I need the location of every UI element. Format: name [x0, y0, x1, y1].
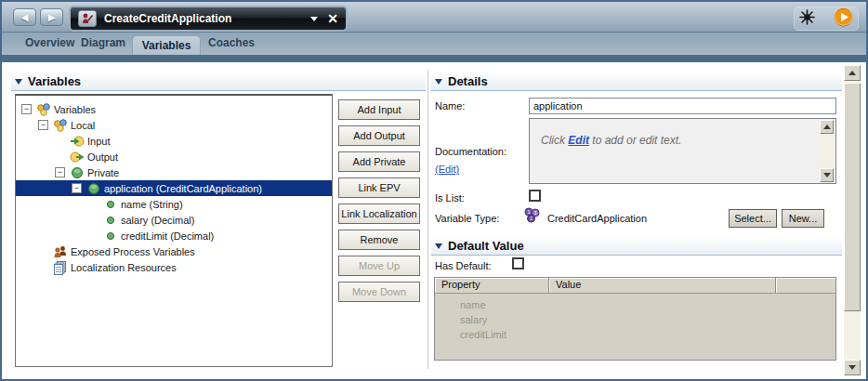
collapse-triangle-icon [435, 79, 442, 85]
tree-item-local[interactable]: Local [16, 117, 332, 133]
documentation-scrollbar[interactable] [820, 120, 835, 182]
column-header-spacer [776, 278, 835, 293]
tree-label: Local [71, 120, 95, 131]
toolbar-actions [794, 7, 859, 31]
column-header-value[interactable]: Value [549, 278, 776, 293]
variables-cluster-icon [52, 118, 68, 133]
svg-text:1: 1 [527, 209, 530, 215]
collapse-toggle[interactable] [21, 104, 32, 114]
scrollbar-thumb[interactable] [844, 83, 861, 311]
leaf-dot-icon [102, 229, 118, 243]
move-up-button: Move Up [338, 256, 420, 276]
localization-docs-icon [52, 260, 68, 275]
default-value-section-title: Default Value [448, 239, 524, 253]
leaf-dot-icon [102, 197, 118, 212]
tree-item-exposed-process-variables[interactable]: Exposed Process Variables [16, 243, 332, 259]
input-arrow-icon [69, 134, 85, 149]
tree-label: salary (Decimal) [121, 215, 194, 226]
tree-item-input[interactable]: Input [16, 133, 332, 149]
variables-cluster-icon [35, 102, 51, 117]
variable-type-label: Variable Type: [435, 213, 499, 224]
inline-edit-link[interactable]: Edit [568, 134, 589, 147]
default-value-section-header[interactable]: Default Value [431, 237, 842, 256]
tree-item-application[interactable]: application (CreditCardApplication) [16, 180, 332, 196]
has-default-checkbox[interactable] [512, 257, 524, 269]
table-row: creditLimit [435, 327, 835, 342]
leaf-dot-icon [102, 213, 118, 228]
details-section-title: Details [448, 74, 488, 88]
documentation-box[interactable]: Click Edit to add or edit text. [529, 118, 836, 184]
details-section-header[interactable]: Details [431, 72, 842, 91]
tree-item-private[interactable]: Private [16, 164, 332, 180]
variable-type-icon: 1 3 2 [523, 206, 541, 228]
variable-type-value: CreditCardApplication [547, 213, 647, 224]
tree-item-creditlimit[interactable]: creditLimit (Decimal) [16, 228, 332, 243]
collapse-triangle-icon [435, 243, 442, 249]
private-sphere-icon [85, 181, 101, 196]
exposed-people-icon [52, 244, 68, 259]
move-down-button: Move Down [338, 282, 420, 302]
forward-icon[interactable]: ▶ [40, 8, 63, 26]
tree-label: Exposed Process Variables [71, 246, 195, 257]
select-type-button[interactable]: Select... [729, 209, 777, 228]
name-input[interactable] [529, 98, 836, 114]
collapse-toggle[interactable] [72, 183, 82, 193]
close-icon[interactable]: ✕ [327, 12, 338, 25]
tab-variables[interactable]: Variables [132, 35, 201, 55]
tab-coaches[interactable]: Coaches [208, 36, 255, 49]
tree-label: Output [87, 151, 118, 163]
chevron-down-icon[interactable] [310, 17, 318, 21]
svg-text:3: 3 [533, 210, 536, 216]
debug-icon[interactable] [799, 9, 815, 29]
document-title: CreateCreditApplication [104, 12, 305, 25]
tree-label: Input [87, 136, 110, 147]
back-icon[interactable]: ◀ [13, 8, 36, 26]
content-area: Variables Variables [2, 62, 866, 379]
app-window: ◀ ▶ CreateCreditApplication ✕ [0, 0, 868, 381]
is-list-label: Is List: [435, 192, 465, 204]
variables-tree: Variables Local [15, 94, 333, 367]
tree-item-localization-resources[interactable]: Localization Resources [16, 259, 332, 275]
link-localization-button[interactable]: Link Localization [338, 204, 420, 224]
tree-label: creditLimit (Decimal) [121, 230, 214, 242]
tree-item-name[interactable]: name (String) [16, 196, 332, 212]
variables-section-header[interactable]: Variables [11, 72, 426, 91]
collapse-triangle-icon [15, 79, 22, 85]
tab-diagram[interactable]: Diagram [81, 36, 125, 49]
remove-button[interactable]: Remove [338, 230, 420, 250]
top-toolbar: ◀ ▶ CreateCreditApplication ✕ [2, 2, 866, 33]
scroll-down-icon[interactable] [820, 168, 834, 182]
details-scrollbar[interactable] [844, 65, 861, 375]
add-output-button[interactable]: Add Output [338, 125, 420, 146]
run-play-icon[interactable] [834, 7, 853, 31]
add-private-button[interactable]: Add Private [338, 151, 420, 172]
is-list-checkbox[interactable] [529, 190, 541, 202]
table-header-row: Property Value [435, 278, 835, 294]
tree-label: application (CreditCardApplication) [104, 183, 262, 194]
collapse-toggle[interactable] [38, 120, 48, 130]
tree-label: name (String) [121, 199, 183, 210]
tree-item-output[interactable]: Output [16, 149, 332, 164]
new-type-button[interactable]: New... [782, 209, 824, 228]
link-epv-button[interactable]: Link EPV [338, 177, 420, 198]
documentation-placeholder: Click Edit to add or edit text. [541, 134, 681, 147]
documentation-edit-link[interactable]: (Edit) [435, 164, 459, 175]
svg-text:2: 2 [530, 216, 533, 221]
tab-overview[interactable]: Overview [25, 36, 74, 49]
collapse-toggle[interactable] [55, 167, 65, 177]
scroll-up-icon[interactable] [820, 120, 834, 134]
scroll-down-icon[interactable] [844, 360, 861, 375]
tree-item-salary[interactable]: salary (Decimal) [16, 212, 332, 228]
tree-item-variables[interactable]: Variables [16, 101, 332, 117]
panel-divider [427, 70, 428, 369]
add-input-button[interactable]: Add Input [338, 99, 420, 120]
document-tab[interactable]: CreateCreditApplication ✕ [69, 6, 348, 32]
column-header-property[interactable]: Property [435, 278, 549, 293]
tree-label: Variables [54, 104, 96, 115]
private-sphere-icon [69, 165, 85, 180]
tree-label: Localization Resources [71, 262, 177, 273]
human-service-icon [78, 10, 97, 27]
documentation-label: Documentation: [435, 146, 506, 157]
scroll-up-icon[interactable] [844, 65, 861, 81]
default-value-table: Property Value name salary creditLimit [434, 277, 836, 361]
